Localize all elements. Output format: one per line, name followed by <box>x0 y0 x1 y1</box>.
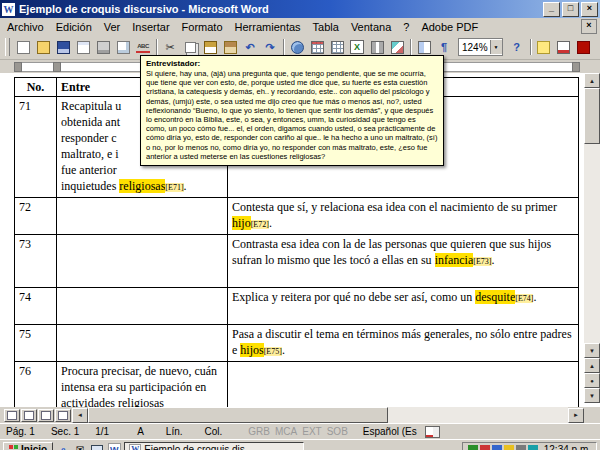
maximize-button[interactable]: □ <box>562 2 579 17</box>
tables-borders-icon[interactable] <box>307 38 327 57</box>
row-number-cell[interactable]: 71 <box>15 97 57 198</box>
minimize-button[interactable]: _ <box>543 2 560 17</box>
row-number-cell[interactable]: 75 <box>15 325 57 362</box>
entrevistado-cell[interactable] <box>57 288 228 325</box>
cut-icon[interactable]: ✂ <box>160 38 180 57</box>
header-no[interactable]: No. <box>15 78 57 97</box>
drawing-icon[interactable] <box>387 38 407 57</box>
open-icon[interactable] <box>33 38 53 57</box>
desarrollo-cell[interactable]: Contrasta esa idea con la de las persona… <box>228 235 579 288</box>
word-app-icon[interactable]: W <box>2 3 15 16</box>
status-language[interactable]: Español (Es <box>363 426 417 437</box>
word-quicklaunch-icon[interactable]: W <box>107 443 121 450</box>
columns-icon[interactable] <box>367 38 387 57</box>
tray-icon[interactable] <box>492 445 502 450</box>
status-ext[interactable]: EXT <box>302 426 321 437</box>
track-changes-icon[interactable] <box>554 38 574 57</box>
outlook-quicklaunch-icon[interactable]: ✉ <box>73 443 87 450</box>
menu-archivo[interactable]: Archivo <box>1 20 50 34</box>
select-browse-object-button[interactable]: ● <box>584 373 600 388</box>
scroll-left-icon[interactable]: ◄ <box>72 408 88 423</box>
insert-comment-icon[interactable] <box>534 38 554 57</box>
help-icon[interactable]: ? <box>507 38 527 57</box>
email-icon[interactable] <box>73 38 93 57</box>
new-document-icon[interactable] <box>13 38 33 57</box>
desarrollo-cell[interactable]: Contesta que sí, y relaciona esa idea co… <box>228 198 579 235</box>
spelling-status-icon[interactable] <box>425 426 440 438</box>
task-button-word[interactable]: W Ejemplo de croquis dis... <box>124 442 304 450</box>
menu-ver[interactable]: Ver <box>98 20 127 34</box>
taskbar-clock[interactable]: 12:34 p.m. <box>544 444 591 450</box>
comment-marker[interactable]: [E72] <box>251 220 269 229</box>
status-sob[interactable]: SOB <box>327 426 348 437</box>
tray-icon[interactable] <box>528 445 538 450</box>
insert-excel-icon[interactable]: X <box>347 38 367 57</box>
menu-tabla[interactable]: Tabla <box>307 20 345 34</box>
comment-marker[interactable]: [E75] <box>264 347 282 356</box>
entrevistado-cell[interactable] <box>57 325 228 362</box>
close-button[interactable]: × <box>581 2 598 17</box>
desarrollo-cell[interactable]: Pasa a discutir el tema en términos más … <box>228 325 579 362</box>
print-layout-view-icon[interactable] <box>38 409 54 422</box>
ruler-column-marker[interactable] <box>53 62 61 72</box>
toolbar-grip[interactable] <box>5 38 10 56</box>
vertical-scrollbar[interactable]: ▲ ▼ ▲ ● ▼ <box>584 73 600 403</box>
menu-formato[interactable]: Formato <box>176 20 229 34</box>
entrevistado-cell[interactable] <box>57 198 228 235</box>
document-map-icon[interactable] <box>414 38 434 57</box>
insert-table-icon[interactable] <box>327 38 347 57</box>
ie-quicklaunch-icon[interactable]: e <box>56 443 70 450</box>
ruler-column-marker[interactable] <box>572 62 580 72</box>
status-grb[interactable]: GRB <box>248 426 270 437</box>
browse-previous-button[interactable]: ▲ <box>584 358 600 373</box>
desarrollo-cell[interactable]: Explica y reitera por qué no debe ser as… <box>228 288 579 325</box>
close-document-icon[interactable]: × <box>581 19 597 34</box>
vertical-scrollbar-track[interactable] <box>584 144 600 343</box>
redo-icon[interactable]: ↷ <box>260 38 280 57</box>
horizontal-scrollbar-thumb[interactable] <box>88 407 388 423</box>
comment-marker[interactable]: [E71] <box>165 183 183 192</box>
show-hide-icon[interactable]: ¶ <box>434 38 454 57</box>
comment-marker[interactable]: [E74] <box>515 294 533 303</box>
paste-icon[interactable] <box>200 38 220 57</box>
menu-ventana[interactable]: Ventana <box>345 20 397 34</box>
row-number-cell[interactable]: 76 <box>15 362 57 408</box>
menu-herramientas[interactable]: Herramientas <box>229 20 307 34</box>
comment-marker[interactable]: [E73] <box>473 257 491 266</box>
spelling-icon[interactable]: ABC <box>133 38 153 57</box>
row-number-cell[interactable]: 74 <box>15 288 57 325</box>
outline-view-icon[interactable] <box>55 409 71 422</box>
scroll-right-icon[interactable]: ► <box>568 408 584 423</box>
web-layout-view-icon[interactable] <box>21 409 37 422</box>
ruler-column-marker[interactable] <box>14 62 22 72</box>
desarrollo-cell[interactable] <box>228 362 579 408</box>
menu-help[interactable]: ? <box>397 20 415 34</box>
tray-icon[interactable] <box>468 445 478 450</box>
horizontal-scrollbar-track[interactable] <box>88 407 568 423</box>
entrevistado-cell[interactable] <box>57 235 228 288</box>
format-painter-icon[interactable] <box>220 38 240 57</box>
show-desktop-icon[interactable] <box>90 443 104 450</box>
adobe-pdf-icon[interactable] <box>574 38 594 57</box>
browse-next-button[interactable]: ▼ <box>584 388 600 403</box>
vertical-scrollbar-thumb[interactable] <box>584 88 600 144</box>
tray-icon[interactable] <box>504 445 514 450</box>
status-mca[interactable]: MCA <box>275 426 297 437</box>
menu-adobe-pdf[interactable]: Adobe PDF <box>415 20 484 34</box>
save-icon[interactable] <box>53 38 73 57</box>
tray-icon[interactable] <box>516 445 526 450</box>
entrevistado-cell[interactable]: Procura precisar, de nuevo, cuán intensa… <box>57 362 228 408</box>
tray-icon[interactable] <box>480 445 490 450</box>
menu-insertar[interactable]: Insertar <box>126 20 175 34</box>
copy-icon[interactable] <box>180 38 200 57</box>
scroll-down-icon[interactable]: ▼ <box>584 343 600 358</box>
normal-view-icon[interactable] <box>4 409 20 422</box>
menu-edicion[interactable]: Edición <box>50 20 98 34</box>
zoom-select[interactable]: 124% ▼ <box>458 38 503 56</box>
undo-icon[interactable]: ↶ <box>240 38 260 57</box>
scroll-up-icon[interactable]: ▲ <box>584 73 600 88</box>
print-icon[interactable] <box>93 38 113 57</box>
row-number-cell[interactable]: 73 <box>15 235 57 288</box>
hyperlink-icon[interactable] <box>287 38 307 57</box>
zoom-caret-icon[interactable]: ▼ <box>490 40 502 54</box>
